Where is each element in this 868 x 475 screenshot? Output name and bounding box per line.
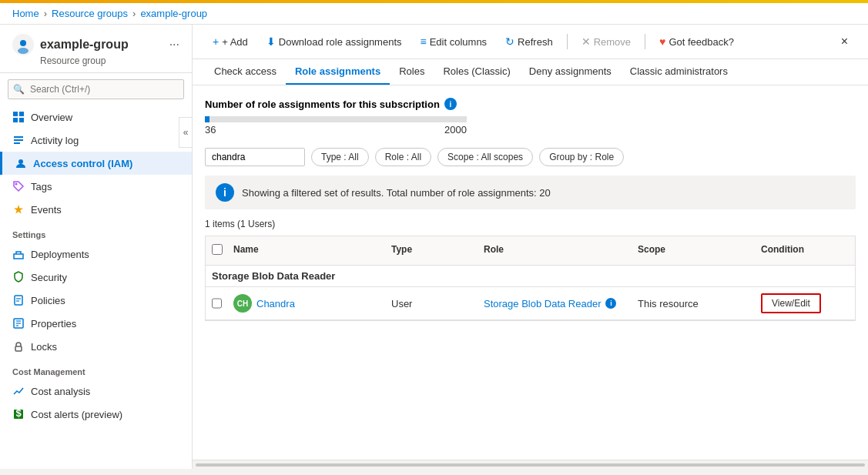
cost-analysis-icon: [12, 385, 25, 397]
sidebar-item-label-deployments: Deployments: [31, 249, 89, 260]
add-label: + Add: [222, 36, 248, 48]
breadcrumb-home[interactable]: Home: [12, 8, 39, 19]
results-count: 1 items (1 Users): [205, 219, 856, 229]
subscription-title-text: Number of role assignments for this subs…: [205, 99, 440, 110]
svg-rect-5: [13, 118, 18, 122]
filter-scope-badge[interactable]: Scope : All scopes: [437, 148, 533, 166]
columns-icon: ≡: [421, 35, 427, 48]
add-button[interactable]: + + Add: [205, 32, 256, 52]
info-banner-text: Showing a filtered set of results. Total…: [242, 187, 551, 199]
breadcrumb: Home › Resource groups › example-group: [0, 3, 868, 25]
sidebar-subtitle: Resource group: [40, 55, 179, 66]
svg-rect-7: [14, 136, 23, 138]
header-name: Name: [227, 241, 385, 260]
header-role: Role: [478, 241, 632, 260]
sidebar-item-cost-alerts[interactable]: $ Cost alerts (preview): [0, 403, 192, 426]
tab-deny-assignments[interactable]: Deny assignments: [520, 59, 621, 85]
search-input[interactable]: [8, 79, 184, 99]
edit-columns-button[interactable]: ≡ Edit columns: [413, 32, 495, 52]
filter-role-badge[interactable]: Role : All: [375, 148, 431, 166]
deployments-icon: [12, 248, 25, 260]
tab-roles[interactable]: Roles: [390, 59, 434, 85]
events-icon: [12, 203, 25, 216]
refresh-button[interactable]: ↻ Refresh: [498, 32, 561, 52]
row-checkbox-cell: [206, 292, 227, 315]
sidebar-header: example-group ··· Resource group: [0, 25, 192, 73]
filter-groupby-badge[interactable]: Group by : Role: [539, 148, 624, 166]
row-type-value: User: [391, 298, 412, 309]
sidebar-item-locks[interactable]: Locks: [0, 335, 192, 358]
sidebar-item-policies[interactable]: Policies: [0, 289, 192, 312]
edit-columns-label: Edit columns: [430, 36, 487, 48]
filter-row: Type : All Role : All Scope : All scopes…: [205, 148, 856, 166]
close-button-container: ×: [833, 31, 856, 52]
remove-button[interactable]: ✕ Remove: [574, 32, 638, 52]
tab-roles-classic[interactable]: Roles (Classic): [434, 59, 519, 85]
policies-icon: [12, 294, 25, 306]
role-link[interactable]: Storage Blob Data Reader: [484, 298, 601, 309]
sidebar-item-overview[interactable]: Overview: [0, 105, 192, 129]
svg-point-1: [20, 40, 26, 46]
row-role-cell: Storage Blob Data Reader i: [478, 292, 632, 316]
search-icon: 🔍: [13, 84, 25, 95]
role-assignments-table: Name Type Role Scope Condition Storage B…: [205, 236, 856, 321]
svg-rect-20: [15, 346, 22, 351]
sidebar-collapse-button[interactable]: «: [179, 117, 193, 148]
sidebar-item-activity-log[interactable]: Activity log: [0, 129, 192, 152]
svg-point-11: [15, 183, 18, 186]
overview-icon: [12, 111, 25, 123]
sidebar-item-deployments[interactable]: Deployments: [0, 243, 192, 266]
progress-bar-fill: [205, 116, 209, 122]
progress-bar-container: 36 2000: [205, 116, 856, 135]
cost-alerts-icon: $: [12, 408, 25, 420]
header-type: Type: [385, 241, 478, 260]
sidebar-more-button[interactable]: ···: [169, 38, 179, 52]
sidebar-item-cost-analysis[interactable]: Cost analysis: [0, 380, 192, 403]
row-type-cell: User: [385, 292, 478, 316]
sidebar-item-events[interactable]: Events: [0, 198, 192, 221]
properties-icon: [12, 317, 25, 329]
sidebar-item-tags[interactable]: Tags: [0, 175, 192, 198]
sidebar-item-security[interactable]: Security: [0, 266, 192, 289]
tab-role-assignments[interactable]: Role assignments: [286, 59, 390, 85]
close-button[interactable]: ×: [833, 31, 856, 52]
row-condition-cell: View/Edit: [755, 287, 855, 319]
toolbar-separator2: [645, 34, 645, 49]
refresh-icon: ↻: [505, 35, 514, 48]
sidebar-navigation: Overview Activity log Access control (IA…: [0, 105, 192, 469]
feedback-label: Got feedback?: [669, 36, 734, 48]
row-scope-value: This resource: [638, 298, 699, 309]
table-group-row: Storage Blob Data Reader: [206, 266, 855, 287]
settings-section-label: Settings: [0, 221, 192, 243]
activity-log-icon: [12, 134, 25, 146]
role-info-icon[interactable]: i: [605, 298, 616, 309]
horizontal-scrollbar[interactable]: [193, 460, 868, 469]
main-content: + + Add ⬇ Download role assignments ≡ Ed…: [193, 25, 868, 469]
subscription-info-icon[interactable]: i: [444, 98, 457, 110]
sidebar-item-properties[interactable]: Properties: [0, 312, 192, 335]
filter-type-badge[interactable]: Type : All: [311, 148, 369, 166]
row-checkbox[interactable]: [212, 298, 222, 309]
breadcrumb-sep2: ›: [132, 8, 136, 19]
tab-check-access[interactable]: Check access: [205, 59, 286, 85]
sidebar-title: example-group: [40, 38, 129, 52]
breadcrumb-resource-groups[interactable]: Resource groups: [52, 8, 128, 19]
search-filter-input[interactable]: [205, 148, 305, 166]
header-checkbox[interactable]: [212, 244, 223, 255]
table-row: CH Chandra User Storage Blob Data Reader…: [206, 287, 855, 320]
subscription-title: Number of role assignments for this subs…: [205, 98, 856, 110]
sidebar-item-iam[interactable]: Access control (IAM): [0, 152, 192, 175]
toolbar-separator: [567, 34, 568, 49]
table-header: Name Type Role Scope Condition: [206, 236, 855, 266]
svg-rect-8: [14, 139, 23, 141]
info-banner-icon: i: [216, 183, 234, 202]
feedback-button[interactable]: ♥ Got feedback?: [652, 32, 742, 52]
iam-icon: [15, 157, 27, 169]
sidebar-item-label-properties: Properties: [31, 318, 76, 329]
user-name-link[interactable]: Chandra: [256, 298, 295, 309]
download-button[interactable]: ⬇ Download role assignments: [259, 32, 410, 52]
tab-classic-admins[interactable]: Classic administrators: [621, 59, 737, 85]
breadcrumb-example-group[interactable]: example-group: [140, 8, 207, 19]
sidebar-item-label-tags: Tags: [31, 181, 52, 192]
view-edit-button[interactable]: View/Edit: [761, 293, 821, 313]
